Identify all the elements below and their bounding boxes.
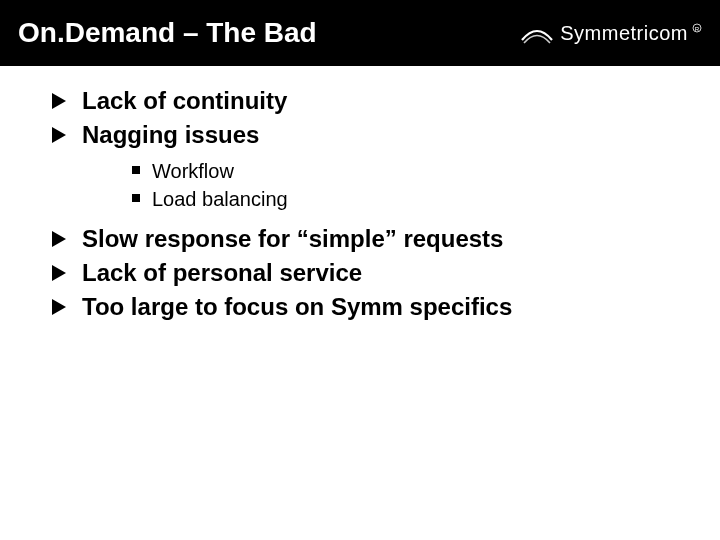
- sub-text: Workflow: [152, 158, 234, 184]
- bullet-text: Lack of continuity: [82, 86, 287, 116]
- sub-item: Load balancing: [132, 186, 680, 212]
- bullet-item: Lack of continuity: [50, 86, 680, 116]
- bullet-text: Nagging issues: [82, 120, 259, 150]
- slide: On.Demand – The Bad Symmetricom R Lack o…: [0, 0, 720, 540]
- bullet-item: Slow response for “simple” requests: [50, 224, 680, 254]
- bullet-item: Lack of personal service: [50, 258, 680, 288]
- title-bar: On.Demand – The Bad Symmetricom R: [0, 0, 720, 66]
- bullet-item: Nagging issues: [50, 120, 680, 150]
- svg-marker-4: [52, 231, 66, 247]
- arrow-icon: [50, 122, 68, 148]
- swoosh-icon: [520, 16, 554, 50]
- sub-text: Load balancing: [152, 186, 288, 212]
- bullet-text: Too large to focus on Symm specifics: [82, 292, 512, 322]
- arrow-icon: [50, 226, 68, 252]
- bullet-item: Too large to focus on Symm specifics: [50, 292, 680, 322]
- svg-marker-2: [52, 93, 66, 109]
- square-icon: [132, 166, 140, 174]
- content-area: Lack of continuity Nagging issues Workfl…: [0, 66, 720, 322]
- svg-marker-3: [52, 127, 66, 143]
- arrow-icon: [50, 260, 68, 286]
- sub-list: Workflow Load balancing: [132, 158, 680, 212]
- bullet-text: Lack of personal service: [82, 258, 362, 288]
- registered-icon: R: [692, 23, 702, 33]
- brand-name: Symmetricom: [560, 22, 688, 45]
- slide-title: On.Demand – The Bad: [18, 17, 317, 49]
- brand-logo: Symmetricom R: [520, 16, 702, 50]
- svg-marker-6: [52, 299, 66, 315]
- sub-item: Workflow: [132, 158, 680, 184]
- bullet-text: Slow response for “simple” requests: [82, 224, 503, 254]
- square-icon: [132, 194, 140, 202]
- arrow-icon: [50, 88, 68, 114]
- arrow-icon: [50, 294, 68, 320]
- svg-text:R: R: [695, 26, 700, 32]
- svg-marker-5: [52, 265, 66, 281]
